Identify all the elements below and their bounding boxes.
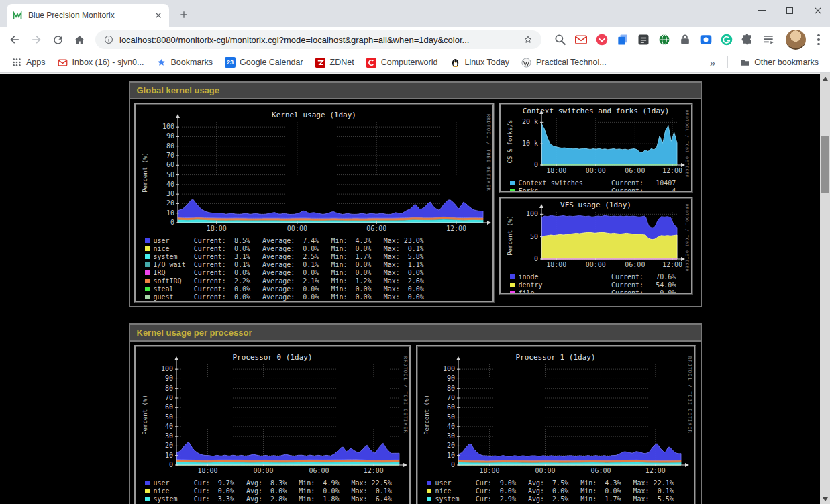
legend-row: Context switches Current: 10407 [510, 179, 676, 187]
svg-text:70: 70 [446, 394, 454, 401]
svg-text:80: 80 [166, 142, 174, 150]
scrollbar[interactable] [820, 73, 830, 504]
bookmark-apps[interactable]: Apps [7, 54, 50, 70]
legend-swatch [427, 489, 431, 493]
home-button[interactable] [70, 30, 89, 49]
svg-text:00:00: 00:00 [585, 167, 605, 174]
legend-text: steal Current: 0.0% Average: 0.0% Min: 0… [154, 285, 424, 293]
legend-text: user Cur: 9.7% Avg: 8.3% Min: 4.9% Max: … [154, 479, 392, 487]
legend-text: inode Current: 70.6% [519, 273, 676, 281]
window-controls [756, 4, 823, 17]
legend-swatch [145, 481, 150, 485]
legend-swatch [145, 287, 150, 291]
other-bookmarks[interactable]: Other bookmarks [735, 54, 823, 70]
bookmarks-overflow-chevron[interactable]: » [705, 57, 721, 68]
legend-row: file Current: 0.0% [510, 289, 676, 295]
forward-button[interactable] [27, 30, 46, 49]
svg-text:00:00: 00:00 [585, 261, 605, 268]
new-tab-button[interactable] [174, 5, 193, 24]
gmail-icon[interactable] [574, 33, 588, 46]
legend-row: dentry Current: 54.0% [510, 281, 676, 289]
legend-swatch [510, 291, 515, 295]
scroll-down-button[interactable] [820, 494, 830, 504]
svg-text:90: 90 [446, 374, 454, 382]
maximize-button[interactable] [784, 5, 795, 16]
reader-icon[interactable] [637, 33, 650, 46]
menu-kebab-icon[interactable] [813, 30, 825, 49]
right-chart-column: Context switches and forks (1day)CS & fo… [499, 103, 693, 295]
svg-text:20: 20 [166, 199, 174, 207]
bookmark-google-calendar[interactable]: 23 Google Calendar [220, 54, 308, 70]
legend-text: system Cur: 3.3% Avg: 2.8% Min: 1.8% Max… [154, 495, 392, 503]
svg-text:100: 100 [162, 123, 174, 130]
legend-text: I/O wait Current: 0.1% Average: 0.1% Min… [154, 261, 424, 268]
svg-text:70: 70 [166, 152, 174, 159]
legend-swatch [510, 283, 515, 287]
section-title: Kernel usage per processor [130, 325, 701, 342]
section-kernel-per-processor: Kernel usage per processor Processor 0 (… [129, 323, 702, 504]
legend-text: user Current: 8.5% Average: 7.4% Min: 4.… [154, 237, 424, 244]
section-title: Global kernel usage [130, 83, 701, 99]
bookmark-computerworld[interactable]: Computerworld [362, 54, 443, 70]
back-button[interactable] [5, 30, 24, 49]
address-bar[interactable]: localhost:8080/monitorix-cgi/monitorix.c… [95, 30, 541, 49]
page-info-icon[interactable] [103, 34, 114, 45]
tab-close-icon[interactable] [153, 10, 164, 21]
bookmark-inbox[interactable]: Inbox (16) - sjvn0... [53, 54, 149, 70]
bookmark-practical-technology[interactable]: Practical Technol... [517, 54, 611, 70]
svg-text:50: 50 [446, 413, 454, 421]
svg-text:12:00: 12:00 [645, 467, 665, 474]
svg-text:18:00: 18:00 [206, 225, 226, 232]
svg-text:20: 20 [446, 442, 454, 449]
tab-strip: Blue Precision Monitorix [0, 0, 830, 27]
lock-icon[interactable] [678, 33, 692, 46]
legend-row: nice Cur: 0.0% Avg: 0.0% Min: 0.0% Max: … [427, 487, 674, 495]
chart-context-switches: Context switches and forks (1day)CS & fo… [499, 103, 693, 193]
legend-swatch [145, 489, 150, 493]
queue-icon[interactable] [762, 33, 775, 46]
search-icon[interactable] [554, 33, 567, 46]
scroll-up-button[interactable] [820, 73, 830, 83]
legend-swatch [145, 270, 150, 275]
globe-icon[interactable] [658, 33, 671, 46]
penguin-icon [450, 57, 460, 68]
bookmark-linux-today[interactable]: Linux Today [445, 54, 514, 70]
url-text[interactable]: localhost:8080/monitorix-cgi/monitorix.c… [119, 35, 517, 45]
close-button[interactable] [813, 5, 823, 16]
svg-text:30: 30 [164, 432, 172, 440]
reload-button[interactable] [48, 30, 67, 49]
gmail-icon [58, 57, 68, 68]
legend-swatch [145, 497, 150, 501]
browser-tab[interactable]: Blue Precision Monitorix [7, 4, 169, 27]
wordpress-icon [521, 57, 532, 68]
minimize-button[interactable] [756, 5, 767, 16]
browser-toolbar: localhost:8080/monitorix-cgi/monitorix.c… [0, 27, 830, 52]
svg-text:90: 90 [164, 374, 172, 382]
bookmarks-bar: Apps Inbox (16) - sjvn0... Bookmarks 23 … [0, 52, 830, 73]
svg-text:18:00: 18:00 [479, 467, 499, 474]
camera-icon[interactable] [699, 33, 713, 46]
scrollbar-thumb[interactable] [821, 136, 829, 193]
bookmark-label: Practical Technol... [536, 58, 607, 67]
pocket-icon[interactable] [595, 33, 609, 46]
svg-text:10 k: 10 k [521, 140, 537, 147]
grammarly-icon[interactable] [720, 33, 733, 46]
svg-text:06:00: 06:00 [590, 467, 611, 474]
bookmark-label: Inbox (16) - sjvn0... [72, 58, 144, 67]
bookmark-zdnet[interactable]: ZDNet [311, 54, 359, 70]
profile-avatar[interactable] [786, 30, 806, 50]
svg-text:60: 60 [164, 403, 172, 411]
extensions-puzzle-icon[interactable] [741, 33, 754, 46]
copy-pages-icon[interactable] [616, 33, 629, 46]
legend-row: steal Current: 0.0% Average: 0.0% Min: 0… [145, 285, 424, 293]
bookmark-bookmarks[interactable]: Bookmarks [152, 54, 218, 70]
svg-text:0: 0 [533, 161, 537, 168]
svg-text:00:00: 00:00 [287, 225, 307, 232]
legend-row: system Cur: 3.3% Avg: 2.8% Min: 1.8% Max… [145, 495, 392, 503]
legend-text: nice Cur: 0.0% Avg: 0.0% Min: 0.0% Max: … [435, 487, 674, 495]
zdnet-icon [315, 57, 326, 68]
legend-row: system Current: 3.1% Average: 2.5% Min: … [145, 252, 424, 260]
svg-text:30: 30 [166, 190, 174, 197]
browser-window: Blue Precision Monitorix [0, 0, 830, 504]
bookmark-star-icon[interactable] [523, 34, 533, 45]
